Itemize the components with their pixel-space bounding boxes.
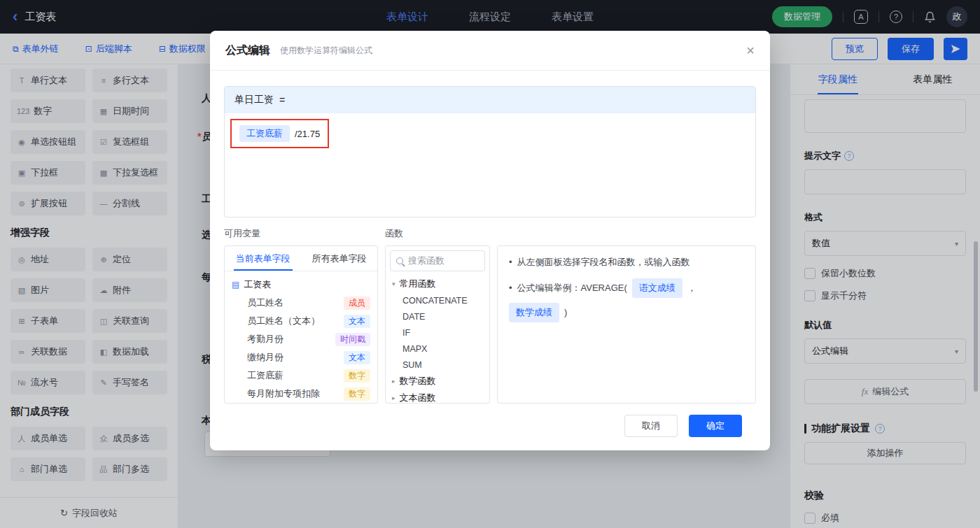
variables-panel: 当前表单字段 所有表单字段 ▤ 工资表 员工姓名成员 员工姓名（文本）文本 考勤… xyxy=(224,245,378,404)
caret-down-icon: ▾ xyxy=(392,280,396,287)
function-group-text[interactable]: ▸ 文本函数 xyxy=(386,390,489,404)
modal-subtitle: 使用数学运算符编辑公式 xyxy=(280,45,372,57)
field-chip[interactable]: 工资底薪 xyxy=(239,125,290,142)
caret-right-icon: ▸ xyxy=(392,394,396,401)
formula-editor[interactable]: 单日工资 = 工资底薪 /21.75 xyxy=(224,86,756,217)
tree-field[interactable]: 考勤月份时间戳 xyxy=(232,330,370,348)
help-text: ， xyxy=(687,280,696,296)
field-type-tag: 时间戳 xyxy=(335,333,370,346)
function-item[interactable]: IF xyxy=(386,324,489,341)
help-text: ) xyxy=(564,305,567,320)
app-screen: ‹ 工资表 表单设计 流程设定 表单设置 数据管理 A ? 政 ⧉ 表单外链 xyxy=(0,0,980,528)
search-icon xyxy=(396,257,403,264)
tree-root-label: 工资表 xyxy=(244,278,271,291)
caret-right-icon: ▸ xyxy=(392,378,396,385)
document-icon: ▤ xyxy=(232,280,239,290)
modal-title: 公式编辑 xyxy=(225,43,270,58)
tab-current-form-fields[interactable]: 当前表单字段 xyxy=(225,246,301,271)
bullet-icon: • xyxy=(509,280,512,296)
functions-label: 函数 xyxy=(385,227,403,240)
close-icon[interactable]: × xyxy=(746,43,755,57)
help-text: 公式编辑举例：AVERAGE( xyxy=(517,280,627,296)
bullet-icon: • xyxy=(509,255,512,270)
confirm-button[interactable]: 确定 xyxy=(689,415,742,437)
tree-field[interactable]: 缴纳月份文本 xyxy=(232,348,370,366)
functions-panel: 搜索函数 ▾ 常用函数 CONCATENATE DATE IF MAPX SUM… xyxy=(385,245,490,404)
field-type-tag: 成员 xyxy=(344,297,370,310)
tree-field[interactable]: 工资底薪数字 xyxy=(232,366,370,385)
formula-edit-modal: 公式编辑 使用数学运算符编辑公式 × 单日工资 = 工资底薪 /21.75 可用… xyxy=(210,31,770,450)
cancel-button[interactable]: 取消 xyxy=(624,415,678,437)
function-item[interactable]: DATE xyxy=(386,308,489,324)
tab-all-form-fields[interactable]: 所有表单字段 xyxy=(301,246,377,271)
formula-highlight-annotation: 工资底薪 /21.75 xyxy=(230,119,329,148)
function-group-common[interactable]: ▾ 常用函数 xyxy=(386,276,489,292)
tree-field[interactable]: 员工姓名成员 xyxy=(232,294,370,312)
help-text: 从左侧面板选择字段名和函数，或输入函数 xyxy=(517,255,690,270)
tree-root-form[interactable]: ▤ 工资表 xyxy=(232,276,370,294)
tree-field[interactable]: 每月附加专项扣除数字 xyxy=(232,385,370,403)
field-type-tag: 文本 xyxy=(344,315,370,328)
field-type-tag: 文本 xyxy=(344,351,370,364)
tree-field[interactable]: 员工姓名（文本）文本 xyxy=(232,312,370,330)
function-item[interactable]: SUM xyxy=(386,357,489,373)
formula-help-panel: • 从左侧面板选择字段名和函数，或输入函数 • 公式编辑举例：AVERAGE( … xyxy=(497,245,756,404)
function-group-math[interactable]: ▸ 数学函数 xyxy=(386,373,489,390)
function-search-input[interactable]: 搜索函数 xyxy=(390,250,485,271)
equals-sign: = xyxy=(279,94,285,106)
available-vars-label: 可用变量 xyxy=(224,227,385,240)
field-type-tag: 数字 xyxy=(344,369,370,383)
formula-target-label: 单日工资 xyxy=(234,94,274,106)
function-item[interactable]: MAPX xyxy=(386,341,489,357)
search-placeholder: 搜索函数 xyxy=(408,255,444,267)
example-field-chip: 数学成绩 xyxy=(509,303,559,322)
field-type-tag: 数字 xyxy=(344,387,370,401)
example-field-chip: 语文成绩 xyxy=(632,278,682,298)
function-item[interactable]: CONCATENATE xyxy=(386,292,489,308)
formula-expression[interactable]: /21.75 xyxy=(295,129,320,139)
